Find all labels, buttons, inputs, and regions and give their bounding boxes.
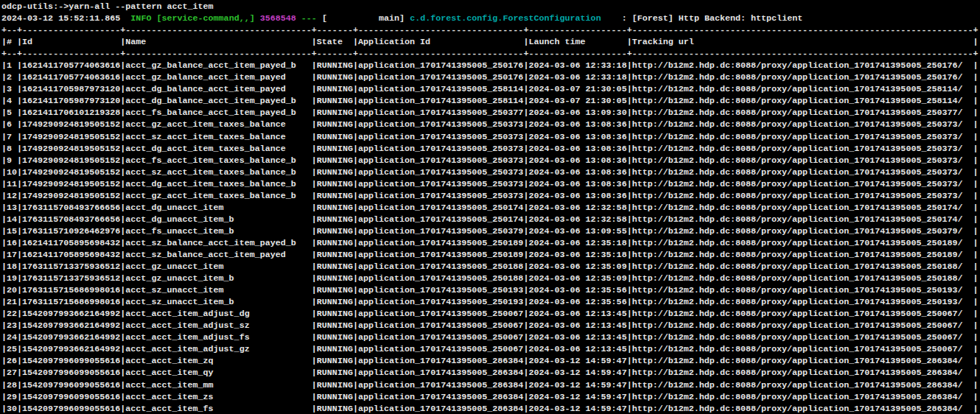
table-row: |9 |1749290924819505152|acct_fs_acct_ite… xyxy=(1,155,980,166)
table-row: |21|1763115715686998016|acct_sz_unacct_i… xyxy=(1,296,980,308)
log-separator: --- xyxy=(296,13,322,24)
table-border: +--+-------------------+----------------… xyxy=(1,24,980,36)
table-row: |23|1542097993662164992|acct_acct_item_a… xyxy=(1,320,980,331)
table-row: |13|1763115708493766656|acct_dg_unacct_i… xyxy=(1,202,980,214)
table-row: |10|1749290924819505152|acct_sz_acct_ite… xyxy=(1,166,980,178)
terminal-window[interactable]: odcp-utils:->yarn-all --pattern acct_ite… xyxy=(0,0,980,414)
table-row: |18|1763115713375936512|acct_gz_unacct_i… xyxy=(1,261,980,273)
table-row: |5 |1621411706101219328|acct_fs_balance_… xyxy=(1,107,980,119)
table-row: |4 |1621411705987973120|acct_dg_balance_… xyxy=(1,95,980,107)
table-row: |26|1542097996099055616|acct_acct_item_z… xyxy=(1,355,980,367)
table-row: |8 |1749290924819505152|acct_dg_acct_ite… xyxy=(1,143,980,155)
log-message: : [Forest] Http Backend: httpclient xyxy=(601,13,803,24)
table-row: |27|1542097996099055616|acct_acct_item_q… xyxy=(1,367,980,379)
table-row: |12|1749290924819505152|acct_gz_acct_ite… xyxy=(1,190,980,202)
log-app-context: [service-command,,] xyxy=(156,13,259,24)
table-header-row: |# |Id |Name |State |Application Id |Lau… xyxy=(1,36,980,48)
table-row: |14|1763115708493766656|acct_dg_unacct_i… xyxy=(1,214,980,225)
table-row: |17|1621411705895698432|acct_sz_balance_… xyxy=(1,249,980,261)
table-row: |20|1763115715686998016|acct_sz_unacct_i… xyxy=(1,284,980,296)
table-row: |24|1542097993662164992|acct_acct_item_a… xyxy=(1,331,980,343)
table-row: |25|1542097993662164992|acct_acct_item_a… xyxy=(1,343,980,355)
table-row: |19|1763115713375936512|acct_gz_unacct_i… xyxy=(1,273,980,284)
table-row: |28|1542097996099055616|acct_acct_item_m… xyxy=(1,379,980,391)
table-row: |11|1749290924819505152|acct_dg_acct_ite… xyxy=(1,178,980,190)
table-row: |15|1763115710926462976|acct_fs_unacct_i… xyxy=(1,225,980,237)
log-thread: [ main] xyxy=(322,13,410,24)
table-border: +--+-------------------+----------------… xyxy=(1,48,980,60)
table-row: |1 |1621411705774063616|acct_gz_balance_… xyxy=(1,60,980,71)
table-row: |16|1621411705895698432|acct_sz_balance_… xyxy=(1,237,980,249)
yarn-applications-table: +--+-------------------+----------------… xyxy=(1,24,980,414)
table-row: |30|1542097996099055616|acct_acct_item_f… xyxy=(1,403,980,414)
log-line: 2024-03-12 15:52:11.865 INFO [service-co… xyxy=(1,13,980,24)
table-row: |2 |1621411705774063616|acct_gz_balance_… xyxy=(1,71,980,83)
shell-prompt: odcp-utils:-> xyxy=(1,1,69,12)
command-text: yarn-all --pattern acct_item xyxy=(69,1,213,12)
table-row: |29|1542097996099055616|acct_acct_item_z… xyxy=(1,391,980,403)
log-pid: 3568548 xyxy=(260,13,296,24)
table-row: |7 |1749290924819505152|acct_sz_acct_ite… xyxy=(1,131,980,143)
table-row: |6 |1749290924819505152|acct_gz_acct_ite… xyxy=(1,119,980,130)
log-level: INFO xyxy=(120,13,156,24)
table-row: |22|1542097993662164992|acct_acct_item_a… xyxy=(1,308,980,320)
command-line: odcp-utils:->yarn-all --pattern acct_ite… xyxy=(1,1,980,13)
log-logger: c.d.forest.config.ForestConfiguration xyxy=(410,13,601,24)
log-timestamp: 2024-03-12 15:52:11.865 xyxy=(1,13,120,24)
table-row: |3 |1621411705987973120|acct_dg_balance_… xyxy=(1,83,980,95)
